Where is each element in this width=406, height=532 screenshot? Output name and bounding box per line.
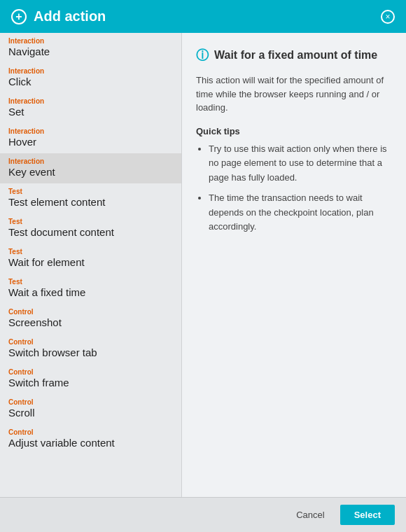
close-button[interactable]: × [381, 10, 395, 24]
sidebar-item-category: Interaction [8, 67, 173, 75]
sidebar-item-wait-a-fixed-time[interactable]: Test Wait a fixed time [0, 274, 181, 304]
sidebar-item-label: Test document content [8, 226, 173, 238]
modal-body: Interaction Navigate Interaction Click I… [0, 33, 406, 497]
tip-item-2: The time the transaction needs to wait d… [209, 191, 392, 234]
sidebar-item-adjust-variable-content[interactable]: Control Adjust variable content [0, 424, 181, 454]
content-title-text: Wait for a fixed amount of time [214, 49, 377, 62]
content-panel: ⓘ Wait for a fixed amount of time This a… [182, 33, 406, 497]
tips-header: Quick tips [196, 126, 392, 136]
sidebar-item-category: Control [8, 428, 173, 436]
sidebar-item-category: Control [8, 308, 173, 316]
content-description: This action will wait for the specified … [196, 74, 392, 115]
modal-title: Add action [34, 8, 106, 24]
action-sidebar: Interaction Navigate Interaction Click I… [0, 33, 182, 497]
modal-header: + Add action × [0, 0, 406, 33]
header-left: + Add action [11, 8, 106, 24]
sidebar-item-category: Test [8, 218, 173, 225]
sidebar-item-label: Test element content [8, 196, 173, 208]
sidebar-item-label: Switch frame [8, 377, 173, 388]
sidebar-item-key-event[interactable]: Interaction Key event [0, 153, 181, 183]
sidebar-item-wait-for-element[interactable]: Test Wait for element [0, 244, 181, 274]
sidebar-item-category: Control [8, 398, 173, 406]
sidebar-item-set[interactable]: Interaction Set [0, 93, 181, 123]
sidebar-item-switch-frame[interactable]: Control Switch frame [0, 364, 181, 394]
sidebar-item-label: Scroll [8, 407, 173, 419]
sidebar-item-scroll[interactable]: Control Scroll [0, 394, 181, 424]
sidebar-item-label: Wait a fixed time [8, 286, 173, 298]
info-icon: ⓘ [196, 47, 209, 64]
sidebar-item-label: Screenshot [8, 316, 173, 328]
sidebar-item-switch-browser-tab[interactable]: Control Switch browser tab [0, 334, 181, 364]
add-action-modal: + Add action × Interaction Navigate Inte… [0, 0, 406, 532]
sidebar-item-navigate[interactable]: Interaction Navigate [0, 33, 181, 63]
modal-footer: Cancel Select [0, 497, 406, 532]
sidebar-item-label: Click [8, 76, 173, 88]
sidebar-item-hover[interactable]: Interaction Hover [0, 123, 181, 153]
sidebar-item-test-element-content[interactable]: Test Test element content [0, 183, 181, 214]
sidebar-item-category: Test [8, 248, 173, 255]
sidebar-item-click[interactable]: Interaction Click [0, 63, 181, 93]
sidebar-item-category: Control [8, 368, 173, 376]
sidebar-item-label: Switch browser tab [8, 346, 173, 358]
sidebar-item-category: Interaction [8, 158, 173, 165]
sidebar-item-label: Adjust variable content [8, 437, 173, 449]
sidebar-item-label: Navigate [8, 46, 173, 57]
sidebar-item-category: Interaction [8, 127, 173, 135]
select-button[interactable]: Select [340, 505, 395, 525]
tips-list: Try to use this wait action only when th… [196, 142, 392, 235]
sidebar-item-category: Interaction [8, 37, 173, 45]
sidebar-item-label: Wait for element [8, 256, 173, 268]
sidebar-item-category: Interaction [8, 97, 173, 105]
sidebar-item-screenshot[interactable]: Control Screenshot [0, 304, 181, 334]
sidebar-item-category: Control [8, 338, 173, 346]
content-title: ⓘ Wait for a fixed amount of time [196, 47, 392, 64]
add-icon: + [11, 9, 27, 24]
sidebar-item-label: Hover [8, 136, 173, 148]
sidebar-item-label: Key event [8, 166, 173, 178]
cancel-button[interactable]: Cancel [288, 505, 332, 524]
tip-item-1: Try to use this wait action only when th… [209, 142, 392, 186]
sidebar-item-label: Set [8, 106, 173, 118]
sidebar-item-test-document-content[interactable]: Test Test document content [0, 214, 181, 244]
sidebar-item-category: Test [8, 278, 173, 286]
sidebar-item-category: Test [8, 188, 173, 195]
